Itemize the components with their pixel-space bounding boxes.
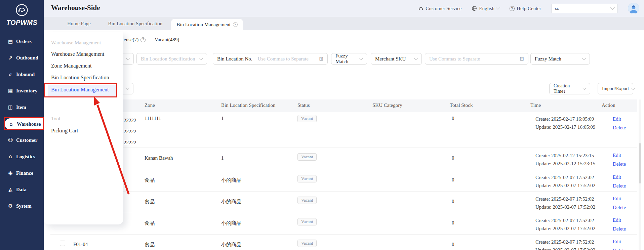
info-circle-icon[interactable]: ? <box>140 37 146 42</box>
delete-link[interactable]: Delete <box>613 248 626 250</box>
menu-item-bin-location-specification[interactable]: Bin Location Specification <box>51 75 109 81</box>
chevron-down-icon <box>359 56 363 60</box>
batch-add-icon[interactable]: ⊞ <box>319 56 323 62</box>
status-badge: Vacant <box>297 197 317 204</box>
cell-total-stock: 0 <box>452 155 454 161</box>
delete-link[interactable]: Delete <box>613 226 626 232</box>
sidebar-item-logistics[interactable]: ⌂Logistics <box>0 151 44 162</box>
avatar-icon <box>628 3 639 14</box>
chevron-down-icon <box>414 56 418 60</box>
bin-location-no-input-group[interactable]: Bin Location No. Use Commas to Separate … <box>213 53 328 65</box>
cell-update-time: Update: 2025-02-07 17:52:02 <box>535 183 595 189</box>
scrollbar-thumb[interactable] <box>639 143 641 183</box>
language-switcher[interactable]: English <box>472 6 499 11</box>
cell-create-time: Create: 2025-02-07 17:52:02 <box>535 175 594 180</box>
col-zone: Zone <box>145 102 155 108</box>
col-sku-category: SKU Category <box>372 102 402 108</box>
sidebar-item-inventory[interactable]: ▦Inventory <box>0 85 44 96</box>
chevron-down-icon <box>126 56 130 60</box>
wms-app: Warehouse-Side Customer Service English … <box>0 0 644 250</box>
edit-link[interactable]: Edit <box>613 239 621 245</box>
table-row: 22222 22222 22222 1111111 1 Vacant 0 Cre… <box>50 112 637 148</box>
tab-home-page[interactable]: Home Page <box>58 17 99 30</box>
fuzzy-match-select-1[interactable]: Fuzzy Match <box>331 53 367 65</box>
menu-item-bin-location-management[interactable]: Bin Location Management <box>51 87 109 93</box>
sidebar-item-system[interactable]: ⚙System <box>0 200 44 212</box>
help-center-button[interactable]: ? Help Center <box>510 6 541 11</box>
merchant-sku-input[interactable]: Use Commas to Separate <box>429 56 480 62</box>
sidebar-item-label: Inventory <box>16 88 37 94</box>
merchant-sku-input-group[interactable]: Use Commas to Separate ⊞ <box>425 53 528 65</box>
sidebar-item-orders[interactable]: ▤Orders <box>0 36 44 47</box>
chevron-down-icon <box>582 86 587 90</box>
row-checkbox[interactable] <box>60 241 65 246</box>
help-center-label: Help Center <box>517 6 541 11</box>
fuzzy-match-1-value: Fuzzy Match <box>335 53 360 65</box>
section-divider <box>44 50 644 50</box>
customer-service-button[interactable]: Customer Service <box>418 6 461 11</box>
edit-link[interactable]: Edit <box>613 196 621 202</box>
inventory-icon: ▦ <box>7 88 13 94</box>
sidebar-item-label: Data <box>16 187 27 193</box>
menu-item-picking-cart[interactable]: Picking Cart <box>51 128 78 134</box>
brand-name: TOPWMS <box>0 19 44 27</box>
cell-spec: 小的商品 <box>221 199 241 205</box>
cell-total-stock: 0 <box>452 199 454 204</box>
delete-link[interactable]: Delete <box>613 183 626 189</box>
cell-update-time: Update: 2025-02-07 17:52:02 <box>535 247 595 250</box>
close-tab-icon[interactable]: ✕ <box>233 22 238 27</box>
orders-icon: ▤ <box>7 38 13 44</box>
delete-link[interactable]: Delete <box>613 161 626 167</box>
cell-bin-no: F01-04 <box>73 242 88 247</box>
tab-bin-location-management[interactable]: Bin Location Management ✕ <box>171 19 243 30</box>
menu-item-zone-management[interactable]: Zone Management <box>51 63 91 69</box>
user-avatar[interactable] <box>628 3 639 14</box>
sidebar-item-customer[interactable]: ☺Customer <box>0 134 44 146</box>
main-content: euse(7) ? Vacant(489) Bin Location Speci… <box>44 30 644 250</box>
warehouse-submenu-panel: Warehouse Management Warehouse Managemen… <box>44 32 123 224</box>
sidebar-item-item[interactable]: ◫Item <box>0 101 44 113</box>
sidebar-item-inbound[interactable]: ⇙Inbound <box>0 69 44 80</box>
data-icon: ◭ <box>7 186 13 193</box>
tab-bin-location-specification[interactable]: Bin Location Specification <box>99 17 171 30</box>
sidebar-item-label: Orders <box>16 39 32 44</box>
import-export-button[interactable]: Import/Export <box>598 83 633 94</box>
status-filter-vacant[interactable]: Vacant(489) <box>155 37 179 43</box>
sidebar-item-data[interactable]: ◭Data <box>0 184 44 195</box>
bin-location-no-input[interactable]: Use Commas to Separate <box>258 56 309 62</box>
sidebar-item-warehouse[interactable]: ⌂Warehouse <box>5 118 44 130</box>
help-icon: ? <box>510 6 515 11</box>
fuzzy-match-select-2[interactable]: Fuzzy Match <box>530 53 590 65</box>
brand-logo: TOPWMS <box>0 3 44 27</box>
delete-link[interactable]: Delete <box>613 205 626 210</box>
cell-zone: 1111111 <box>145 116 161 121</box>
inbound-icon: ⇙ <box>7 71 13 77</box>
menu-item-warehouse-management[interactable]: Warehouse Management <box>51 51 104 57</box>
headset-icon <box>418 6 424 11</box>
top-header-bar: Warehouse-Side Customer Service English … <box>44 0 644 17</box>
cell-total-stock: 0 <box>452 242 454 247</box>
sidebar-item-finance[interactable]: ◉Finance <box>0 167 44 179</box>
cell-spec: 小的商品 <box>221 177 241 183</box>
user-account-value: cc <box>555 6 559 11</box>
merchant-sku-select[interactable]: Merchant SKU <box>371 53 422 65</box>
edit-link[interactable]: Edit <box>613 174 621 180</box>
delete-link[interactable]: Delete <box>613 125 626 131</box>
warehouse-icon: ⌂ <box>8 121 14 127</box>
sidebar-item-outbound[interactable]: ⇗Outbound <box>0 52 44 64</box>
user-account-select[interactable]: cc <box>551 4 618 13</box>
bin-location-spec-select[interactable]: Bin Location Specification <box>136 53 207 65</box>
table-row: 食品 小的商品 Vacant 0 Create: 2025-02-07 17:5… <box>50 192 637 213</box>
edit-link[interactable]: Edit <box>613 217 621 223</box>
sidebar-item-label: Item <box>16 105 26 110</box>
cell-create-time: Create: 2025-02-07 17:52:02 <box>535 196 594 202</box>
vertical-scrollbar[interactable] <box>639 99 641 250</box>
edit-link[interactable]: Edit <box>613 116 621 122</box>
status-filter-in-use-label: euse(7) <box>124 37 138 43</box>
batch-add-icon[interactable]: ⊞ <box>520 56 524 62</box>
cell-total-stock: 0 <box>452 220 454 226</box>
status-filter-in-use[interactable]: euse(7) ? <box>124 37 146 43</box>
creation-time-sort-select[interactable]: Creation Time↓ <box>549 83 590 94</box>
edit-link[interactable]: Edit <box>613 153 621 158</box>
table-row: 食品 小的商品 Vacant 0 Create: 2025-02-07 17:5… <box>50 213 637 235</box>
